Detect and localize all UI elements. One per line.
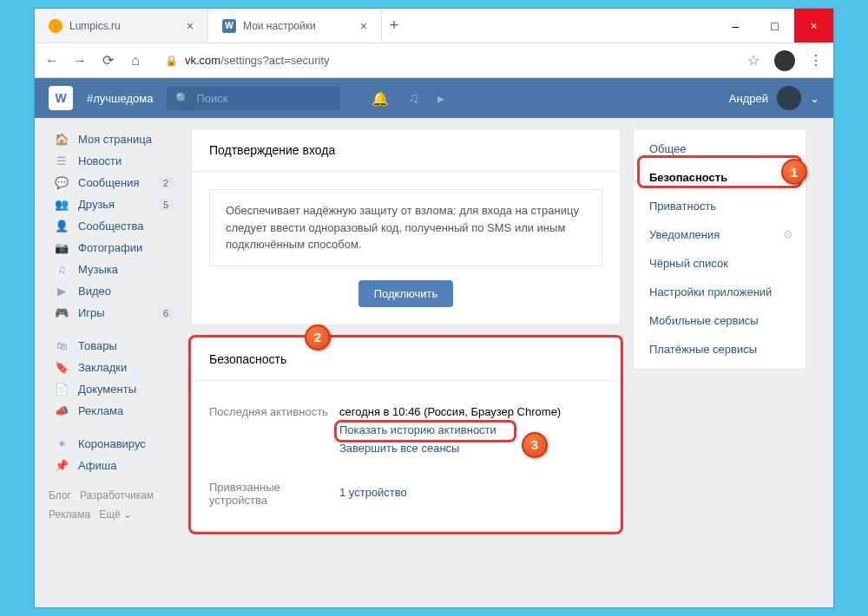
nav-item[interactable]: 🔖Закладки	[49, 357, 179, 378]
nav-icon: 👤	[54, 220, 69, 233]
nav-icon: 🛍	[54, 339, 69, 352]
browser-window: Lumpics.ru × W Мои настройки × + – □ × ←…	[35, 9, 833, 607]
url-domain: vk.com	[185, 54, 220, 67]
nav-icon: 🔖	[54, 361, 69, 374]
close-tab-icon[interactable]: ×	[187, 19, 194, 33]
tab-lumpics[interactable]: Lumpics.ru ×	[35, 9, 208, 43]
close-window-button[interactable]: ×	[794, 9, 833, 43]
music-icon[interactable]: ♫	[408, 90, 418, 107]
minimize-button[interactable]: –	[716, 9, 755, 43]
settings-nav-mobile[interactable]: Мобильные сервисы	[634, 306, 806, 335]
panel-title: Безопасность	[192, 338, 620, 381]
home-button[interactable]: ⌂	[127, 53, 144, 69]
nav-badge: 2	[158, 177, 174, 189]
last-activity-value: сегодня в 10:46 (Россия, Браузер Chrome)	[339, 405, 561, 418]
new-tab-button[interactable]: +	[382, 9, 406, 43]
settings-nav-general[interactable]: Общее	[634, 134, 806, 163]
forward-button[interactable]: →	[71, 53, 89, 69]
profile-avatar[interactable]	[774, 50, 795, 71]
nav-item[interactable]: 📄Документы	[49, 378, 179, 400]
footer-blog[interactable]: Блог	[49, 489, 71, 501]
nav-separator	[49, 427, 179, 428]
settings-nav-apps[interactable]: Настройки приложений	[634, 278, 806, 306]
settings-nav: 1 Общее Безопасность Приватность Уведомл…	[633, 128, 806, 370]
nav-item[interactable]: 📷Фотографии	[49, 237, 179, 259]
nav-item[interactable]: 💬Сообщения2	[49, 172, 179, 193]
footer-more[interactable]: Ещё ⌄	[99, 508, 132, 521]
maximize-button[interactable]: □	[755, 9, 794, 43]
header-hashtag[interactable]: #лучшедома	[87, 92, 153, 105]
settings-nav-blacklist[interactable]: Чёрный список	[634, 249, 806, 278]
footer-devs[interactable]: Разработчикам	[80, 489, 154, 501]
header-user[interactable]: Андрей ⌄	[729, 86, 819, 110]
nav-label: Документы	[78, 383, 136, 396]
close-tab-icon[interactable]: ×	[360, 19, 367, 33]
nav-separator	[49, 329, 179, 330]
vk-header: W #лучшедома 🔍 Поиск 🔔 ♫ ▸ Андрей ⌄	[35, 78, 833, 118]
nav-icon: 💬	[54, 176, 69, 189]
settings-nav-security[interactable]: Безопасность	[634, 163, 806, 192]
nav-item[interactable]: 👤Сообщества	[49, 215, 179, 237]
nav-label: Друзья	[78, 198, 115, 211]
nav-item[interactable]: 🏠Моя страница	[49, 128, 179, 150]
callout-3: 3	[522, 432, 548, 458]
favicon-lumpics	[49, 19, 62, 33]
nav-label: Закладки	[78, 361, 127, 374]
vk-logo[interactable]: W	[49, 86, 73, 110]
notifications-icon[interactable]: 🔔	[372, 90, 389, 107]
nav-icon: ✶	[54, 437, 69, 450]
footer-ads[interactable]: Реклама	[49, 508, 90, 521]
connect-button[interactable]: Подключить	[358, 280, 454, 307]
settings-nav-payments[interactable]: Платёжные сервисы	[634, 335, 806, 364]
menu-icon[interactable]: ⋮	[807, 52, 825, 69]
end-sessions-link[interactable]: Завершить все сеансы	[339, 442, 602, 455]
last-activity-label: Последняя активность	[209, 405, 339, 455]
nav-item[interactable]: 📌Афиша	[49, 455, 179, 476]
nav-label: Товары	[78, 339, 117, 352]
nav-icon: ♫	[54, 263, 69, 276]
search-input[interactable]: 🔍 Поиск	[167, 87, 340, 110]
nav-icon: ☰	[54, 154, 69, 167]
footer-links: БлогРазработчикам РекламаЕщё ⌄	[49, 487, 179, 524]
nav-item[interactable]: 👥Друзья5	[49, 193, 179, 215]
nav-item[interactable]: ✶Коронавирус	[49, 433, 179, 455]
nav-label: Моя страница	[78, 133, 152, 146]
nav-item[interactable]: ☰Новости	[49, 150, 179, 172]
tab-vk-settings[interactable]: W Мои настройки ×	[208, 9, 382, 43]
panel-title: Подтверждение входа	[192, 129, 620, 172]
url-path: /settings?act=security	[220, 54, 329, 67]
bookmark-icon[interactable]: ☆	[745, 52, 762, 69]
security-panel: 2 Безопасность Последняя активность сего…	[191, 337, 621, 532]
url-input[interactable]: 🔒 vk.com/settings?act=security	[155, 49, 734, 72]
login-confirm-panel: Подтверждение входа Обеспечивает надёжну…	[191, 128, 621, 325]
devices-link[interactable]: 1 устройство	[339, 486, 602, 499]
nav-item[interactable]: ♫Музыка	[49, 259, 179, 280]
search-icon: 🔍	[175, 92, 189, 105]
nav-label: Коронавирус	[78, 437, 146, 450]
show-history-link[interactable]: Показать историю активности	[339, 423, 496, 436]
username: Андрей	[729, 92, 768, 105]
vk-page: W #лучшедома 🔍 Поиск 🔔 ♫ ▸ Андрей ⌄ 🏠Моя…	[35, 78, 833, 607]
video-icon[interactable]: ▸	[437, 90, 444, 107]
nav-label: Сообщества	[78, 220, 144, 233]
favicon-vk: W	[222, 19, 236, 33]
nav-icon: 🏠	[54, 133, 69, 146]
nav-label: Видео	[78, 285, 111, 298]
left-nav: 🏠Моя страница☰Новости💬Сообщения2👥Друзья5…	[49, 128, 179, 544]
vk-body: 🏠Моя страница☰Новости💬Сообщения2👥Друзья5…	[35, 118, 833, 554]
nav-item[interactable]: 📣Реклама	[49, 400, 179, 422]
tab-label: Lumpics.ru	[69, 20, 121, 32]
nav-item[interactable]: 🎮Игры6	[49, 302, 179, 324]
settings-nav-privacy[interactable]: Приватность	[634, 192, 806, 220]
reload-button[interactable]: ⟳	[99, 52, 116, 69]
nav-item[interactable]: 🛍Товары	[49, 335, 179, 357]
nav-icon: ▶	[54, 285, 69, 298]
back-button[interactable]: ←	[43, 53, 61, 69]
search-placeholder: Поиск	[196, 92, 227, 105]
nav-icon: 📌	[54, 459, 69, 472]
nav-label: Афиша	[78, 459, 116, 472]
nav-item[interactable]: ▶Видео	[49, 280, 179, 302]
settings-nav-notifications[interactable]: Уведомления⚙	[634, 220, 806, 249]
gear-icon[interactable]: ⚙	[783, 228, 793, 241]
header-icons: 🔔 ♫ ▸	[372, 90, 444, 107]
